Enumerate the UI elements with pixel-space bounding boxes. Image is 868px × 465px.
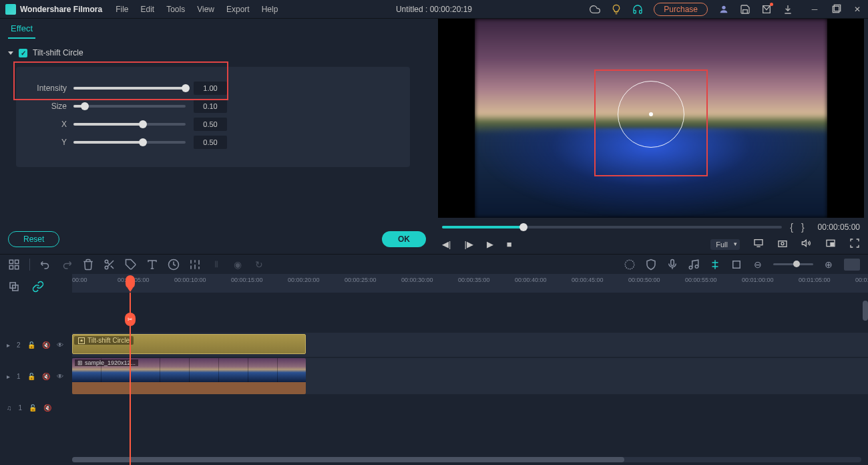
link-icon[interactable] <box>32 281 44 293</box>
color-icon[interactable] <box>624 259 636 271</box>
volume-icon[interactable] <box>801 238 812 251</box>
track-audio-icon[interactable]: ♫ <box>7 404 12 412</box>
mic-icon[interactable] <box>666 259 678 271</box>
download-icon[interactable] <box>783 4 793 15</box>
value-intensity[interactable]: 1.00 <box>194 82 227 95</box>
pip-icon[interactable] <box>825 238 836 251</box>
undo-icon[interactable] <box>39 259 51 271</box>
value-x[interactable]: 0.50 <box>194 118 227 131</box>
playhead-handle[interactable] <box>126 275 135 289</box>
menu-tools[interactable]: Tools <box>166 5 185 14</box>
lock-icon[interactable]: 🔓 <box>29 404 37 412</box>
adjust-icon[interactable] <box>189 259 201 271</box>
menu-file[interactable]: File <box>116 5 128 14</box>
menu-export[interactable]: Export <box>226 5 250 14</box>
mark-in-icon[interactable]: { <box>790 222 793 232</box>
fullscreen-icon[interactable] <box>849 238 860 251</box>
effect-panel: Effect Tilt-shift Circle Intensity 1.00 … <box>0 19 434 254</box>
redo-icon[interactable] <box>61 259 73 271</box>
audio-mix-icon[interactable]: ⫴ <box>210 259 222 271</box>
slider-x[interactable] <box>73 123 186 126</box>
eye-icon[interactable]: 👁 <box>57 341 63 349</box>
menu-view[interactable]: View <box>197 5 214 14</box>
message-icon[interactable] <box>761 4 772 15</box>
slider-y[interactable] <box>73 141 186 144</box>
reset-button[interactable]: Reset <box>8 231 59 247</box>
slider-intensity[interactable] <box>73 87 186 90</box>
preview-image <box>475 19 827 218</box>
snap-icon[interactable] <box>709 259 721 271</box>
lightbulb-icon[interactable] <box>611 4 622 15</box>
lock-icon[interactable]: 🔓 <box>27 341 35 349</box>
clip-tiltshift[interactable]: ★Tilt-shift Circle <box>72 334 306 354</box>
zoom-out-icon[interactable]: ⊖ <box>752 259 764 271</box>
mute-icon[interactable]: 🔇 <box>42 373 50 380</box>
snapshot-icon[interactable] <box>777 238 788 251</box>
scissors-marker[interactable]: ✂ <box>125 313 136 326</box>
track-video-icon[interactable]: ▸ <box>7 341 10 349</box>
display-icon[interactable] <box>753 238 764 251</box>
copy-icon[interactable] <box>8 281 20 293</box>
delete-icon[interactable] <box>82 259 94 271</box>
tag-icon[interactable] <box>125 259 137 271</box>
effect-header[interactable]: Tilt-shift Circle <box>8 48 426 57</box>
svg-rect-10 <box>9 260 13 263</box>
zoom-slider[interactable] <box>773 263 813 265</box>
track-video-icon[interactable]: ▸ <box>7 373 10 380</box>
horizontal-scrollbar[interactable] <box>72 457 861 462</box>
mark-out-icon[interactable]: } <box>801 222 805 232</box>
timeline-ruler[interactable]: 00:00 00:00:05:00 00:00:10:00 00:00:15:0… <box>72 274 868 293</box>
marker-icon[interactable] <box>730 259 742 271</box>
menu-edit[interactable]: Edit <box>140 5 154 14</box>
preview-quality-select[interactable]: Full <box>710 239 740 250</box>
minimize-icon[interactable]: ─ <box>809 4 820 15</box>
param-label-intensity: Intensity <box>29 84 67 93</box>
headset-icon[interactable] <box>632 4 643 15</box>
stop-icon[interactable]: ■ <box>507 239 512 249</box>
mute-icon[interactable]: 🔇 <box>43 404 51 412</box>
clip-video-name: sample_1920x12... <box>85 359 136 366</box>
ruler-tick: 00:00:30:00 <box>401 277 433 283</box>
effect-section: Tilt-shift Circle Intensity 1.00 Size 0.… <box>0 39 434 167</box>
eye-icon[interactable]: 👁 <box>57 373 63 380</box>
refresh-icon[interactable]: ↻ <box>253 259 265 271</box>
cut-icon[interactable] <box>103 259 116 271</box>
tab-effect[interactable]: Effect <box>8 21 35 39</box>
play-icon[interactable]: ▶ <box>487 239 493 249</box>
text-icon[interactable] <box>146 259 158 271</box>
ok-button[interactable]: OK <box>382 231 426 247</box>
prev-frame-icon[interactable]: ◀| <box>442 239 451 249</box>
svg-point-30 <box>689 266 692 269</box>
shield-icon[interactable] <box>645 259 657 271</box>
effect-checkbox[interactable] <box>19 49 27 57</box>
param-label-x: X <box>29 120 67 129</box>
preview-viewport[interactable] <box>438 19 864 218</box>
playback-progress[interactable] <box>442 226 782 228</box>
zoom-in-icon[interactable]: ⊕ <box>823 259 835 271</box>
account-icon[interactable] <box>718 4 729 15</box>
grid-icon[interactable] <box>8 259 20 271</box>
zoom-fit-icon[interactable] <box>844 259 860 271</box>
mute-icon[interactable]: 🔇 <box>42 341 50 349</box>
value-y[interactable]: 0.50 <box>194 136 227 149</box>
next-frame-icon[interactable]: |▶ <box>464 239 473 249</box>
svg-point-6 <box>781 243 784 245</box>
value-size[interactable]: 0.10 <box>194 100 227 113</box>
svg-rect-12 <box>9 265 13 269</box>
maximize-icon[interactable] <box>831 4 841 15</box>
purchase-button[interactable]: Purchase <box>654 3 708 16</box>
music-icon[interactable] <box>688 259 700 271</box>
menu-help[interactable]: Help <box>262 5 278 14</box>
clip-video[interactable]: ⊞sample_1920x12... <box>72 358 306 394</box>
cloud-icon[interactable] <box>590 4 600 15</box>
lock-icon[interactable]: 🔓 <box>27 373 35 380</box>
menu-items: File Edit Tools View Export Help <box>116 5 278 14</box>
param-label-y: Y <box>29 138 67 147</box>
save-icon[interactable] <box>740 4 750 15</box>
clip-effect-name: Tilt-shift Circle <box>87 337 130 344</box>
speed-icon[interactable] <box>168 259 180 271</box>
vertical-scrollbar[interactable] <box>863 301 868 321</box>
slider-size[interactable] <box>73 105 186 108</box>
close-icon[interactable]: ✕ <box>852 4 863 15</box>
record-icon[interactable]: ◉ <box>232 259 244 271</box>
